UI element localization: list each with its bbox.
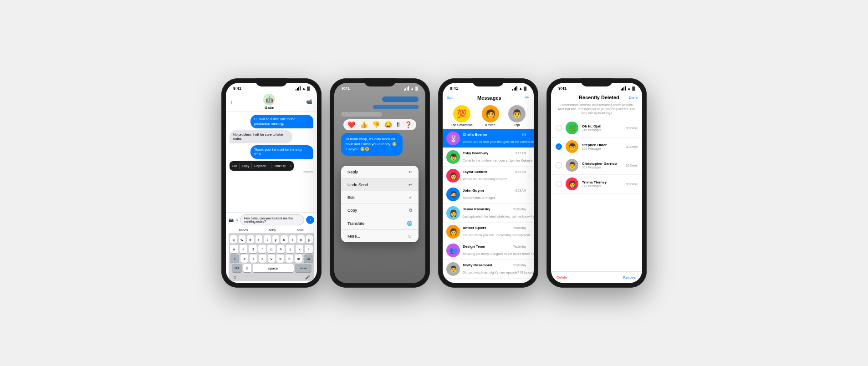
pred-1[interactable]: babes bbox=[239, 229, 248, 232]
mic-icon[interactable]: 🎤 bbox=[305, 275, 310, 280]
replace-button[interactable]: Replace... bbox=[252, 163, 271, 169]
key-f[interactable]: f bbox=[258, 245, 266, 253]
pinned-cavumnas[interactable]: 💯 The Cavumnas bbox=[451, 105, 472, 127]
copy-button[interactable]: Copy bbox=[240, 163, 252, 169]
num-key[interactable]: 123 bbox=[232, 264, 242, 272]
key-e[interactable]: e bbox=[247, 235, 254, 244]
rd-footer: Delete Recover bbox=[551, 271, 642, 283]
key-c[interactable]: c bbox=[259, 254, 266, 263]
conv-design[interactable]: 👥 Design Team Yesterday Amazing job toda… bbox=[443, 241, 534, 260]
messages-header-1: ‹ 🤖 Gabe 📹 bbox=[226, 93, 317, 112]
key-b[interactable]: b bbox=[276, 254, 284, 263]
pinned-tejo[interactable]: 👨 Tejo bbox=[508, 105, 526, 127]
rd-item-christopher[interactable]: 👨 Christopher Garrido 361 Messages 30 Da… bbox=[551, 156, 642, 175]
menu-edit[interactable]: Edit ✓ bbox=[341, 191, 419, 204]
react-laugh[interactable]: 😂 bbox=[384, 121, 392, 128]
back-button-1[interactable]: ‹ bbox=[230, 98, 233, 106]
more-button[interactable]: › bbox=[288, 163, 294, 169]
wifi-icon-4: ▲ bbox=[627, 86, 631, 91]
react-heart[interactable]: ❤️ bbox=[347, 121, 355, 128]
key-y[interactable]: y bbox=[272, 235, 280, 244]
react-exclaim[interactable]: ‼️ bbox=[397, 121, 400, 128]
pinned-kristen[interactable]: 🧑 Kristen bbox=[482, 105, 499, 127]
delete-button[interactable]: Delete bbox=[557, 275, 567, 280]
menu-more[interactable]: More... ☺ bbox=[341, 230, 419, 242]
space-key[interactable]: space bbox=[253, 264, 294, 272]
phone-1: 9:41 ▲ ▓ ‹ 🤖 Gabe 📹 Hi, Will be a little… bbox=[221, 78, 322, 288]
key-n[interactable]: n bbox=[286, 254, 293, 263]
return-key[interactable]: return bbox=[295, 264, 311, 272]
pinned-avatar-kristen: 🧑 bbox=[482, 105, 499, 122]
key-o[interactable]: o bbox=[297, 235, 305, 244]
rd-checkbox-trisha[interactable] bbox=[556, 181, 562, 187]
rd-item-ojai[interactable]: 🌿 Oh hi, Ojai! 749 Messages 30 Days bbox=[551, 119, 642, 137]
lookup-button[interactable]: Look Up bbox=[271, 163, 288, 169]
conv-marty[interactable]: 👨 Marty Rosamond Yesterday Did you watch… bbox=[443, 260, 534, 279]
key-q[interactable]: q bbox=[230, 235, 237, 244]
key-r[interactable]: r bbox=[255, 235, 263, 244]
send-button[interactable]: ↑ bbox=[306, 216, 314, 224]
text-selection-menu: Cut Copy Replace... Look Up › bbox=[230, 161, 294, 171]
conv-header-chella: Chella Boehm 9:3 bbox=[463, 132, 526, 137]
camera-icon[interactable]: 📷 bbox=[229, 218, 234, 222]
conv-avatar-jenna: 👩 bbox=[446, 206, 460, 220]
rd-name-trisha: Trisha Tierney bbox=[582, 180, 622, 184]
delete-key[interactable]: ⌫ bbox=[304, 254, 313, 263]
conv-chella[interactable]: 🐰 Chella Boehm 9:3 Would love to hear yo… bbox=[443, 129, 534, 148]
key-m[interactable]: m bbox=[295, 254, 302, 263]
conv-taylor[interactable]: 👩 Taylor Schultz 8:53 AM Where are we me… bbox=[443, 167, 534, 185]
contact-info[interactable]: 🤖 Gabe bbox=[263, 94, 275, 110]
key-w[interactable]: w bbox=[239, 235, 246, 244]
pred-3[interactable]: bake bbox=[297, 229, 304, 232]
key-j[interactable]: j bbox=[286, 245, 294, 253]
key-h[interactable]: h bbox=[277, 245, 285, 253]
key-s[interactable]: s bbox=[240, 245, 248, 253]
key-g[interactable]: g bbox=[267, 245, 276, 253]
menu-undo-send[interactable]: Undo Send ↩ bbox=[341, 178, 419, 191]
key-d[interactable]: d bbox=[249, 245, 257, 253]
key-t[interactable]: t bbox=[264, 235, 271, 244]
recover-button[interactable]: Recover bbox=[623, 275, 637, 280]
conv-jenna[interactable]: 👩 Jenna Kovalsky Yesterday Just uploaded… bbox=[443, 204, 534, 223]
done-button[interactable]: Done bbox=[629, 96, 638, 100]
menu-copy[interactable]: Copy ⧉ bbox=[341, 204, 419, 217]
react-thumbsup[interactable]: 👍 bbox=[360, 121, 368, 128]
pred-2[interactable]: baby bbox=[269, 229, 276, 232]
rd-item-trisha[interactable]: 👩 Trisha Tierney 773 Messages 30 Days bbox=[551, 175, 642, 193]
shift-key[interactable]: ⇧ bbox=[230, 254, 239, 263]
key-x[interactable]: x bbox=[250, 254, 257, 263]
rd-checkbox-stephen[interactable]: ✓ bbox=[556, 143, 562, 150]
key-a[interactable]: a bbox=[230, 245, 238, 253]
react-question[interactable]: ❓ bbox=[404, 121, 412, 128]
video-button[interactable]: 📹 bbox=[306, 99, 312, 105]
messages-title: Messages bbox=[477, 95, 501, 101]
rd-item-stephen[interactable]: ✓ 👦 Stephen Hider 103 Messages 30 Days bbox=[551, 137, 642, 156]
key-u[interactable]: u bbox=[281, 235, 288, 244]
rd-checkbox-christopher[interactable] bbox=[556, 162, 562, 168]
conv-john[interactable]: 🧔 John Guynn 8:23 AM Attachments: 3 Imag… bbox=[443, 185, 534, 204]
key-k[interactable]: k bbox=[296, 245, 304, 253]
conv-toby[interactable]: 👦 Toby Bradbury 9:17 AM Come to the conf… bbox=[443, 148, 534, 167]
apps-icon[interactable]: A bbox=[235, 218, 238, 222]
compose-button[interactable]: ✏ bbox=[525, 95, 529, 101]
menu-reply[interactable]: Reply ↩ bbox=[341, 166, 419, 178]
react-thumbsdown[interactable]: 👎 bbox=[372, 121, 380, 128]
conv-name-toby: Toby Bradbury bbox=[463, 151, 488, 155]
message-input-field[interactable]: Hey babe, can you forward me the meeting… bbox=[240, 214, 304, 225]
emoji-icon[interactable]: ☺ bbox=[233, 275, 237, 280]
emoji-key[interactable]: ☺ bbox=[243, 264, 251, 272]
edit-button[interactable]: Edit bbox=[447, 96, 454, 100]
key-l[interactable]: l bbox=[305, 245, 313, 253]
conv-header-john: John Guynn 8:23 AM bbox=[463, 188, 526, 193]
key-z[interactable]: z bbox=[240, 254, 248, 263]
key-v[interactable]: v bbox=[268, 254, 276, 263]
rd-content-christopher: Christopher Garrido 361 Messages bbox=[582, 162, 622, 169]
conv-amber[interactable]: 👩 Amber Spiers Yesterday Call me when yo… bbox=[443, 223, 534, 241]
conv-chevron-john: › bbox=[529, 193, 530, 197]
cut-button[interactable]: Cut bbox=[230, 163, 240, 169]
screen-2: 9:41 ▲ ▓ ❤️ 👍 👎 😂 ‼️ ❓ Hi lamb chop, it'… bbox=[334, 83, 425, 283]
key-i[interactable]: i bbox=[289, 235, 296, 244]
rd-checkbox-ojai[interactable] bbox=[556, 125, 562, 131]
menu-translate[interactable]: Translate 🌐 bbox=[341, 217, 419, 230]
key-p[interactable]: p bbox=[306, 235, 313, 244]
